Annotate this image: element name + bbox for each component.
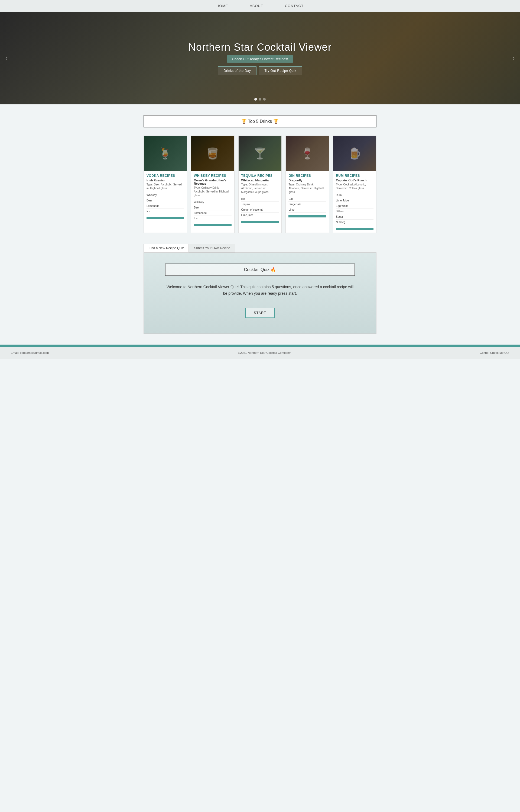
top5-section: 🏆 Top 5 Drinks 🏆 🍹VODKA RECIPESIrish Rus… (138, 115, 382, 233)
ingredient-item: Beer (194, 205, 232, 211)
card-gin[interactable]: 🍷GIN RECIPESDragonflyType: Ordinary Drin… (285, 136, 329, 233)
nav-about[interactable]: ABOUT (250, 4, 263, 8)
ingredient-item: Gin (288, 196, 326, 202)
quiz-title: Cocktail Quiz 🔥 (165, 264, 355, 276)
card-title-whiskey[interactable]: WHISKEY RECIPES (194, 174, 232, 178)
ingredient-item: Ice (147, 209, 184, 214)
hero-dot-2[interactable] (259, 98, 261, 101)
card-drink-name-vodka: Irish Russian (147, 179, 184, 182)
card-image-rum: 🍺 (333, 136, 376, 171)
card-footer-whiskey (194, 224, 232, 226)
card-image-whiskey: 🥃 (191, 136, 234, 171)
card-footer-rum (336, 228, 373, 230)
card-type-rum: Type: Cocktail, Alcoholic, Served in: Co… (336, 183, 373, 190)
quiz-container: Cocktail Quiz 🔥 Welcome to Northern Cock… (144, 252, 376, 334)
ingredient-item: Lemonade (147, 203, 184, 209)
card-drink-name-gin: Dragonfly (288, 179, 326, 182)
quiz-section: Find a New Recipe QuizSubmit Your Own Re… (138, 244, 382, 334)
card-icon-rum: 🍺 (348, 147, 362, 160)
nav-home[interactable]: HOME (216, 4, 228, 8)
nav-contact[interactable]: CONTACT (285, 4, 304, 8)
card-icon-gin: 🍷 (301, 147, 314, 160)
ingredient-item: Rum (336, 193, 373, 198)
quiz-welcome-text: Welcome to Northern Cocktail Viewer Quiz… (165, 284, 355, 297)
ingredient-item: Tequila (241, 202, 279, 207)
card-icon-vodka: 🍹 (158, 147, 172, 160)
cards-grid: 🍹VODKA RECIPESIrish RussianType: Beer, A… (144, 136, 376, 233)
card-image-vodka: 🍹 (144, 136, 187, 171)
hero-buttons: Drinks of the Day Try Out Recipe Quiz (188, 67, 332, 75)
card-image-tequila: 🍸 (239, 136, 282, 171)
ingredient-item: Whiskey (147, 193, 184, 198)
card-footer-gin (288, 215, 326, 217)
card-ingredients-gin: GinGinger aleLime (288, 196, 326, 213)
card-rum[interactable]: 🍺RUM RECIPESCaptain Kidd's PunchType: Co… (333, 136, 376, 233)
card-ingredients-rum: RumLime JuiceEgg WhiteBittersSugarNutmeg (336, 193, 373, 225)
ingredient-item: Lime juice (241, 213, 279, 218)
ingredient-item: Sugar (336, 214, 373, 220)
card-title-vodka[interactable]: VODKA RECIPES (147, 174, 184, 178)
card-type-tequila: Type: Other/Unknown, Alcoholic, Served i… (241, 183, 279, 194)
footer-email: Email: pcdearso@gmail.com (11, 351, 49, 354)
navigation: HOME ABOUT CONTACT (0, 0, 520, 12)
card-drink-name-rum: Captain Kidd's Punch (336, 179, 373, 182)
ingredient-item: Ice (241, 196, 279, 202)
quiz-tab-0[interactable]: Find a New Recipe Quiz (144, 244, 189, 252)
card-title-rum[interactable]: RUM RECIPES (336, 174, 373, 178)
ingredient-item: Egg White (336, 203, 373, 209)
ingredient-item: Lime Juice (336, 198, 373, 203)
hero-next-arrow[interactable]: › (510, 52, 517, 65)
card-ingredients-tequila: IceTequilaCream of coconutLime juice (241, 196, 279, 218)
footer-copyright: ©2021 Northern Star Cocktail Company (238, 351, 291, 354)
ingredient-item: Lemonade (194, 211, 232, 216)
recipe-quiz-button[interactable]: Try Out Recipe Quiz (259, 67, 302, 75)
footer-github[interactable]: Github: Check Me Out (479, 351, 509, 354)
quiz-tab-1[interactable]: Submit Your Own Recipe (189, 244, 235, 252)
card-vodka[interactable]: 🍹VODKA RECIPESIrish RussianType: Beer, A… (144, 136, 187, 233)
card-ingredients-whiskey: WhiskeyBeerLemonadeIce (194, 200, 232, 221)
card-icon-tequila: 🍸 (253, 147, 267, 160)
quiz-tabs: Find a New Recipe QuizSubmit Your Own Re… (144, 244, 376, 252)
footer-bar (0, 345, 520, 347)
ingredient-item: Nutmeg (336, 220, 373, 225)
card-icon-whiskey: 🥃 (206, 147, 219, 160)
hero-subtitle: Check Out Today's Hottest Recipes! (227, 55, 293, 63)
footer: Email: pcdearso@gmail.com ©2021 Northern… (0, 347, 520, 359)
card-image-gin: 🍷 (286, 136, 329, 171)
card-footer-tequila (241, 221, 279, 223)
hero-section: ‹ Northern Star Cocktail Viewer Check Ou… (0, 12, 520, 104)
ingredient-item: Lime (288, 207, 326, 213)
ingredient-item: Bitters (336, 209, 373, 214)
card-whiskey[interactable]: 🥃WHISKEY RECIPESOwen's Grandmother's Rev… (191, 136, 235, 233)
card-footer-vodka (147, 217, 184, 219)
ingredient-item: Beer (147, 198, 184, 203)
card-type-vodka: Type: Beer, Alcoholic, Served in: Highba… (147, 183, 184, 190)
ingredient-item: Ginger ale (288, 202, 326, 207)
hero-content: Northern Star Cocktail Viewer Check Out … (188, 42, 332, 75)
card-type-whiskey: Type: Ordinary Drink, Alcoholic, Served … (194, 186, 232, 197)
top5-title: 🏆 Top 5 Drinks 🏆 (144, 115, 376, 127)
card-ingredients-vodka: WhiskeyBeerLemonadeIce (147, 193, 184, 214)
hero-dot-1[interactable] (254, 98, 257, 101)
card-title-tequila[interactable]: TEQUILA RECIPES (241, 174, 279, 178)
ingredient-item: Whiskey (194, 200, 232, 205)
hero-title: Northern Star Cocktail Viewer (188, 42, 332, 53)
hero-dot-3[interactable] (263, 98, 266, 101)
card-tequila[interactable]: 🍸TEQUILA RECIPESWhitecap MargaritaType: … (238, 136, 282, 233)
ingredient-item: Cream of coconut (241, 207, 279, 213)
card-type-gin: Type: Ordinary Drink, Alcoholic, Served … (288, 183, 326, 194)
quiz-start-button[interactable]: START (245, 308, 275, 318)
hero-prev-arrow[interactable]: ‹ (3, 52, 10, 65)
drinks-of-day-button[interactable]: Drinks of the Day (218, 67, 257, 75)
card-drink-name-tequila: Whitecap Margarita (241, 179, 279, 182)
ingredient-item: Ice (194, 216, 232, 221)
card-drink-name-whiskey: Owen's Grandmother's Revenge (194, 179, 232, 185)
card-title-gin[interactable]: GIN RECIPES (288, 174, 326, 178)
hero-dots (254, 98, 266, 101)
